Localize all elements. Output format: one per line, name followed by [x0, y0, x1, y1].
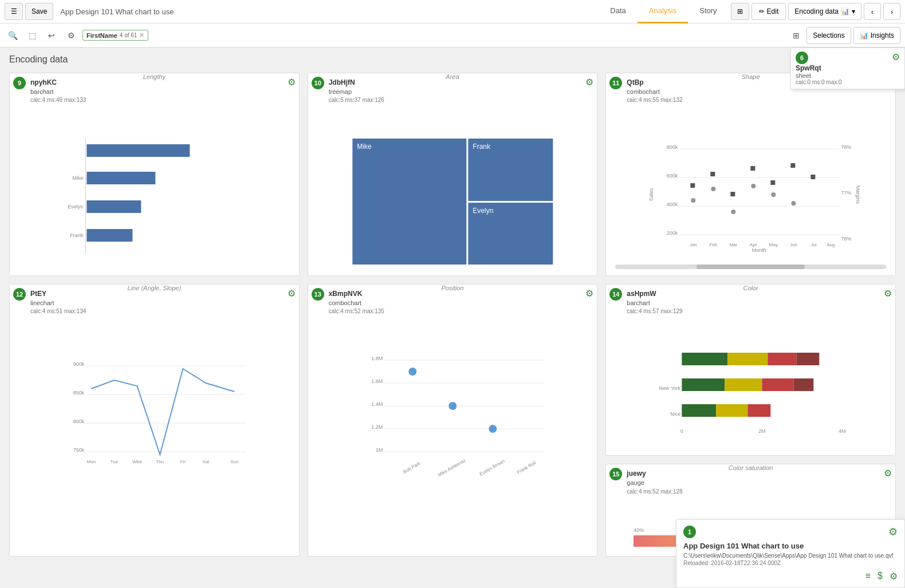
svg-text:Thu: Thu — [156, 459, 164, 464]
svg-text:Jul: Jul — [811, 242, 817, 247]
forward-button[interactable]: ⚙ — [63, 27, 79, 44]
tab-story[interactable]: Story — [688, 0, 728, 23]
chip-name: FirstName — [86, 32, 117, 39]
svg-text:Jan: Jan — [690, 242, 697, 247]
svg-rect-27 — [691, 183, 695, 188]
prev-button[interactable]: ‹ — [864, 3, 881, 20]
svg-text:May: May — [769, 242, 778, 247]
nav-tabs: Data Analysis Story — [599, 0, 728, 23]
select-area-icon: ⬚ — [29, 31, 36, 40]
grid-view-button[interactable]: ⊞ — [788, 27, 804, 44]
chart-info-12: PtEY linechart calc:4 ms:51 max:134 — [30, 289, 294, 315]
svg-text:Fri: Fri — [180, 459, 186, 464]
edit-button[interactable]: ✏ Edit — [751, 3, 786, 20]
insights-button[interactable]: 📊 Insights — [853, 27, 900, 44]
hamburger-menu-button[interactable]: ☰ — [5, 3, 23, 20]
svg-rect-33 — [811, 175, 816, 179]
bottom-panel-badge: 1 — [683, 526, 696, 538]
svg-rect-95 — [748, 404, 771, 417]
selections-button[interactable]: Selections — [806, 27, 851, 44]
svg-rect-8 — [352, 139, 467, 265]
tab-data[interactable]: Data — [599, 0, 637, 23]
chart-card-11: 11 ⚙ QtBp combochart calc:4 ms:55 max:13… — [605, 73, 896, 276]
svg-text:Mike: Mike — [357, 143, 372, 151]
tab-analysis[interactable]: Analysis — [638, 0, 688, 23]
chart-title-13: Position — [441, 285, 463, 291]
svg-text:200k: 200k — [667, 230, 678, 236]
bottom-dollar-icon[interactable]: $ — [878, 571, 883, 582]
chart-grid-row2: 12 ⚙ PtEY linechart calc:4 ms:51 max:134… — [9, 284, 896, 557]
svg-rect-29 — [731, 192, 735, 196]
svg-point-38 — [772, 192, 776, 197]
chart-info-14: asHpmW barchart calc:4 ms:57 max:129 — [627, 289, 891, 315]
chart-title-11: Shape — [742, 73, 760, 80]
svg-rect-91 — [762, 378, 794, 391]
search-icon-button[interactable]: 🔍 — [5, 27, 21, 44]
svg-text:2M: 2M — [758, 428, 766, 434]
svg-rect-92 — [794, 378, 814, 391]
chart-card-9: 9 ⚙ npyhKC barchart calc:4 ms:49 max:133… — [9, 73, 300, 276]
chart-gear-14[interactable]: ⚙ — [884, 288, 892, 299]
chart-title-14: Color — [743, 285, 758, 291]
svg-rect-32 — [791, 163, 796, 168]
svg-text:Evelyn: Evelyn — [68, 204, 83, 210]
svg-text:Frank: Frank — [70, 232, 84, 238]
selections-label: Selections — [813, 31, 844, 40]
svg-text:Mike Ashkenaz: Mike Ashkenaz — [437, 458, 466, 478]
svg-text:77%: 77% — [841, 190, 852, 196]
chip-close-button[interactable]: ✕ — [139, 31, 144, 39]
page-title: Encoding data — [9, 54, 896, 65]
chart-title-10: Area — [446, 73, 459, 80]
svg-rect-89 — [682, 378, 725, 391]
encoding-data-button[interactable]: Encoding data 📊 ▾ — [788, 3, 861, 20]
svg-text:1.2M: 1.2M — [371, 424, 383, 430]
back-icon: ↩ — [48, 31, 55, 40]
next-icon: › — [891, 7, 893, 16]
svg-text:Tue: Tue — [111, 459, 119, 464]
chart-gear-9[interactable]: ⚙ — [288, 77, 296, 88]
chart-gear-12[interactable]: ⚙ — [288, 288, 296, 299]
svg-rect-7 — [86, 229, 132, 242]
bottom-list-icon[interactable]: ≡ — [865, 571, 871, 582]
svg-text:Month: Month — [752, 247, 766, 252]
bottom-puzzle-icon[interactable]: ⚙ — [890, 571, 898, 582]
bottom-panel-actions: ≡ $ ⚙ — [683, 571, 898, 582]
svg-point-34 — [691, 198, 696, 203]
insights-label: Insights — [871, 31, 894, 40]
svg-rect-90 — [725, 378, 762, 391]
svg-rect-88 — [797, 353, 820, 365]
svg-rect-93 — [682, 404, 717, 417]
svg-text:78%: 78% — [841, 144, 852, 150]
encoding-dropdown-icon: ▾ — [852, 7, 855, 15]
chart-badge-15: 15 — [609, 468, 622, 480]
next-button[interactable]: › — [883, 3, 900, 20]
svg-point-76 — [408, 368, 416, 376]
svg-rect-31 — [771, 180, 776, 185]
save-button[interactable]: Save — [25, 3, 53, 20]
svg-text:Margins: Margins — [856, 186, 861, 204]
chart-gear-15[interactable]: ⚙ — [884, 468, 892, 479]
svg-text:800k: 800k — [73, 419, 85, 424]
encoding-label: Encoding data — [794, 7, 839, 15]
back-button[interactable]: ↩ — [44, 27, 60, 44]
svg-text:4M: 4M — [839, 428, 846, 434]
chart-title-15: Color saturation — [729, 464, 773, 471]
svg-rect-94 — [717, 404, 748, 417]
grid-layout-button[interactable]: ⊞ — [731, 3, 749, 20]
select-area-button[interactable]: ⬚ — [24, 27, 40, 44]
svg-text:1.4M: 1.4M — [371, 401, 383, 407]
svg-rect-87 — [768, 353, 797, 365]
chart-scrollbar-11[interactable] — [615, 265, 886, 269]
chart-info-15: juewy gauge calc:4 ms:52 max:128 — [627, 469, 891, 495]
chart-info-10: JdbHjfN treemap calc:5 ms:37 max:126 — [329, 78, 593, 104]
chart-card-14: 14 ⚙ asHpmW barchart calc:4 ms:57 max:12… — [605, 284, 896, 456]
chart-info-9: npyhKC barchart calc:4 ms:49 max:133 — [30, 78, 294, 104]
popup-gear-6[interactable]: ⚙ — [892, 52, 900, 62]
edit-label: Edit — [767, 7, 779, 15]
selection-chip-firstname[interactable]: FirstName 4 of 61 ✕ — [82, 30, 148, 41]
bottom-panel-gear[interactable]: ⚙ — [888, 526, 898, 538]
svg-text:Jun: Jun — [790, 242, 797, 247]
chart-gear-13[interactable]: ⚙ — [585, 288, 593, 299]
chart-gear-10[interactable]: ⚙ — [585, 77, 593, 88]
svg-text:600k: 600k — [667, 173, 678, 179]
